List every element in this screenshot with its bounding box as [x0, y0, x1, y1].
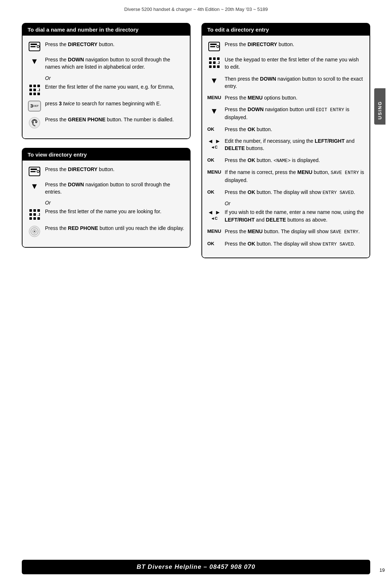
- svg-rect-20: [37, 209, 40, 212]
- svg-rect-15: [30, 169, 37, 170]
- view-step-2-text: Press the DOWN navigation button to scro…: [45, 181, 185, 196]
- keypad-icon-2: [28, 208, 41, 220]
- dial-step-5-text: Press the GREEN PHONE button. The number…: [45, 116, 185, 123]
- view-or-text: Or: [45, 200, 185, 206]
- svg-rect-21: [29, 213, 32, 216]
- svg-rect-5: [33, 85, 36, 87]
- dial-step-5: Press the GREEN PHONE button. The number…: [28, 116, 185, 129]
- header-text: Diverse 5200 handset & charger ~ 4th Edi…: [124, 7, 268, 12]
- dial-step-3-text: Enter the first letter of the name you w…: [45, 83, 185, 90]
- svg-point-13: [29, 117, 40, 128]
- svg-rect-12: [37, 93, 40, 95]
- svg-rect-22: [33, 213, 36, 216]
- edit-step-11: ◄ ► ◄C If you wish to edit the name, ent…: [207, 208, 364, 223]
- view-step-1-text: Press the DIRECTORY button.: [45, 166, 185, 173]
- ok-label-1: OK: [207, 126, 221, 132]
- svg-rect-26: [37, 217, 40, 220]
- red-phone-icon: [28, 225, 41, 238]
- svg-rect-24: [29, 217, 32, 220]
- edit-step-2-text: Use the keypad to enter the first letter…: [225, 56, 364, 71]
- ok-label-3: OK: [207, 189, 221, 195]
- view-section-title: To view directory entry: [23, 149, 190, 161]
- edit-step-8-text: Press the OK button. <NAME> is displayed…: [225, 157, 364, 165]
- page-header: Diverse 5200 handset & charger ~ 4th Edi…: [22, 0, 370, 19]
- down-arrow-icon-1: ▼: [28, 57, 41, 66]
- edit-or-text: Or: [225, 201, 364, 206]
- edit-step-2: Use the keypad to enter the first letter…: [207, 56, 364, 71]
- edit-section-title: To edit a directory entry: [202, 24, 369, 36]
- edit-step-9: MENU If the name is correct, press the M…: [207, 169, 364, 184]
- svg-rect-19: [33, 209, 36, 212]
- edit-step-6-text: Press the OK button.: [225, 126, 364, 133]
- edit-step-3: ▼ Then press the DOWN navigation button …: [207, 75, 364, 90]
- view-step-4-text: Press the RED PHONE button until you rea…: [45, 224, 185, 232]
- edit-step-3-text: Then press the DOWN navigation button to…: [225, 75, 364, 90]
- svg-point-17: [37, 170, 39, 173]
- svg-rect-42: [213, 65, 216, 68]
- view-step-3-text: Press the first letter of the name you a…: [45, 208, 185, 215]
- dial-step-1: Press the DIRECTORY button.: [28, 41, 185, 52]
- right-column: To edit a directory entry Press the: [201, 23, 370, 267]
- ok-label-4: OK: [207, 240, 221, 246]
- svg-rect-7: [29, 89, 32, 91]
- view-step-4: Press the RED PHONE button until you rea…: [28, 224, 185, 238]
- edit-step-12: MENU Press the MENU button. The display …: [207, 228, 364, 236]
- edit-section-body: Press the DIRECTORY button.: [202, 36, 369, 258]
- svg-rect-36: [213, 57, 216, 60]
- edit-step-4-text: Press the MENU options button.: [225, 94, 364, 101]
- keypad-icon-3: [207, 57, 221, 68]
- dial-or-text: Or: [45, 75, 185, 81]
- footer-bar: BT Diverse Helpline – 08457 908 070: [22, 560, 370, 574]
- svg-rect-37: [217, 57, 220, 60]
- svg-rect-1: [30, 44, 37, 45]
- lr-arrow-icon-2: ◄ ► ◄C: [207, 209, 221, 220]
- edit-step-11-text: If you wish to edit the name, enter a ne…: [225, 208, 364, 223]
- edit-section: To edit a directory entry Press the: [201, 23, 370, 258]
- dial-section: To dial a name and number in the directo…: [22, 23, 191, 139]
- view-section: To view directory entry Press the DI: [22, 148, 191, 248]
- svg-point-34: [217, 45, 219, 48]
- edit-step-8: OK Press the OK button. <NAME> is displa…: [207, 157, 364, 165]
- edit-step-5: ▼ Press the DOWN navigation button until…: [207, 106, 364, 121]
- green-phone-icon: [28, 117, 41, 129]
- edit-step-1: Press the DIRECTORY button.: [207, 41, 364, 52]
- keypad-icon-1: [28, 84, 41, 96]
- svg-rect-10: [29, 93, 32, 95]
- view-step-2: ▼ Press the DOWN navigation button to sc…: [28, 181, 185, 196]
- svg-point-30: [34, 231, 35, 232]
- dial-section-title: To dial a name and number in the directo…: [23, 24, 190, 36]
- dial-step-4: 3DEF press 3 twice to search for names b…: [28, 100, 185, 112]
- directory-icon-3: [207, 41, 221, 52]
- edit-step-7: ◄ ► ◄C Edit the number, if necessary, us…: [207, 137, 364, 152]
- svg-rect-32: [210, 44, 217, 45]
- dial-step-2-text: Press the DOWN navigation button to scro…: [45, 56, 185, 71]
- svg-rect-4: [29, 85, 32, 87]
- menu-label-3: MENU: [207, 228, 221, 234]
- 3def-icon: 3DEF: [28, 101, 41, 112]
- edit-step-10-text: Press the OK button. The display will sh…: [225, 189, 364, 197]
- svg-rect-39: [213, 61, 216, 64]
- view-section-body: Press the DIRECTORY button. ▼ Press the …: [23, 161, 190, 247]
- svg-rect-41: [209, 65, 212, 68]
- edit-step-13-text: Press the OK button. The display will sh…: [225, 240, 364, 248]
- directory-icon-2: [28, 166, 41, 177]
- edit-step-10: OK Press the OK button. The display will…: [207, 189, 364, 197]
- menu-label-2: MENU: [207, 169, 221, 175]
- lr-arrow-icon-1: ◄ ► ◄C: [207, 138, 221, 149]
- svg-rect-16: [30, 171, 36, 172]
- ok-label-2: OK: [207, 157, 221, 163]
- edit-step-7-text: Edit the number, if necessary, using the…: [225, 137, 364, 152]
- edit-step-6: OK Press the OK button.: [207, 126, 364, 133]
- svg-rect-33: [210, 46, 215, 47]
- svg-rect-11: [33, 93, 36, 95]
- edit-step-13: OK Press the OK button. The display will…: [207, 240, 364, 248]
- svg-rect-2: [30, 46, 36, 47]
- svg-rect-35: [209, 57, 212, 60]
- left-column: To dial a name and number in the directo…: [22, 23, 191, 267]
- down-arrow-icon-3: ▼: [207, 76, 221, 85]
- svg-rect-43: [217, 65, 220, 68]
- dial-step-4-text: press 3 twice to search for names beginn…: [45, 100, 185, 107]
- footer-text: BT Diverse Helpline – 08457 908 070: [136, 563, 255, 570]
- edit-step-12-text: Press the MENU button. The display will …: [225, 228, 364, 236]
- using-tab: USING: [374, 88, 385, 125]
